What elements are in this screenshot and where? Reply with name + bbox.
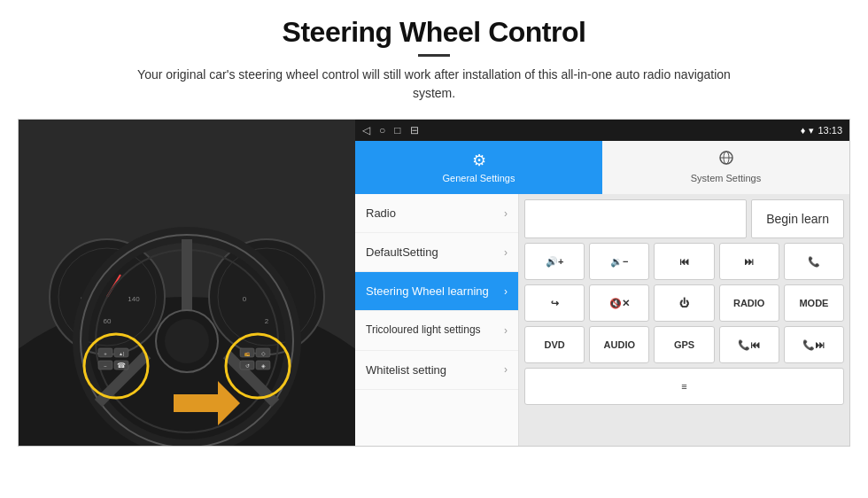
tab-bar: ⚙ General Settings System Settings [355, 141, 849, 194]
menu-steering-label: Steering Wheel learning [366, 284, 489, 298]
home-nav-icon[interactable]: ○ [379, 124, 385, 136]
list-button[interactable]: ≡ [524, 368, 844, 405]
prev-track-icon: ⏮ [679, 256, 689, 267]
power-icon: ⏻ [679, 298, 689, 308]
content-area: Radio › DefaultSetting › Steering Wheel … [355, 194, 849, 446]
volume-down-button[interactable]: 🔉− [589, 243, 649, 280]
svg-text:60: 60 [104, 317, 112, 325]
gps-button[interactable]: GPS [654, 326, 714, 363]
svg-text:140: 140 [128, 295, 140, 303]
tab-system-settings[interactable]: System Settings [602, 141, 849, 194]
next-track-button[interactable]: ⏭ [719, 243, 779, 280]
tab-system-label: System Settings [691, 173, 761, 183]
status-bar-right: ♦ ▾ 13:13 [801, 125, 842, 136]
tab-general-settings[interactable]: ⚙ General Settings [355, 141, 602, 194]
phone-next-button[interactable]: 📞⏭ [784, 326, 844, 363]
menu-item-default[interactable]: DefaultSetting › [355, 233, 518, 272]
power-button[interactable]: ⏻ [654, 284, 714, 322]
general-settings-icon: ⚙ [472, 151, 486, 170]
menu-default-label: DefaultSetting [366, 245, 438, 259]
menu-radio-label: Radio [366, 206, 396, 220]
menu-whitelist-chevron: › [504, 363, 508, 376]
left-menu: Radio › DefaultSetting › Steering Wheel … [355, 194, 519, 446]
mute-button[interactable]: 🔇✕ [589, 284, 649, 322]
begin-learn-button[interactable]: Begin learn [751, 199, 844, 238]
dvd-button[interactable]: DVD [524, 326, 585, 363]
mute-icon: 🔇✕ [609, 298, 630, 309]
volume-up-button[interactable]: 🔊+ [524, 243, 585, 280]
svg-text:2: 2 [265, 317, 269, 325]
svg-text:◈: ◈ [261, 363, 266, 369]
svg-text:↺: ↺ [245, 363, 250, 369]
status-bar: ◁ ○ □ ⊟ ♦ ▾ 13:13 [355, 120, 849, 141]
menu-steering-chevron: › [504, 285, 508, 298]
menu-item-tricolour[interactable]: Tricoloured light settings › [355, 311, 518, 351]
svg-text:📻: 📻 [244, 351, 251, 357]
button-row-4: ≡ [524, 368, 844, 405]
answer-call-button[interactable]: 📞 [784, 243, 844, 280]
audio-button[interactable]: AUDIO [589, 326, 649, 363]
menu-tricolour-chevron: › [504, 324, 508, 337]
button-row-1: 🔊+ 🔉− ⏮ ⏭ 📞 [524, 243, 844, 280]
hang-up-icon: ↩ [551, 298, 559, 309]
system-settings-icon [718, 150, 734, 170]
hang-up-button[interactable]: ↩ [524, 284, 585, 322]
page-title: Steering Wheel Control [35, 16, 833, 49]
signal-icon: ▾ [809, 125, 814, 136]
menu-default-chevron: › [504, 246, 508, 259]
begin-learn-row: Begin learn [524, 199, 844, 238]
mode-button[interactable]: MODE [784, 284, 844, 322]
location-icon: ♦ [801, 125, 806, 136]
menu-tricolour-label: Tricoloured light settings [366, 323, 481, 338]
page-subtitle: Your original car's steering wheel contr… [124, 66, 744, 103]
svg-point-22 [165, 319, 209, 363]
menu-radio-chevron: › [504, 207, 508, 220]
android-ui: ◁ ○ □ ⊟ ♦ ▾ 13:13 ⚙ General Settings [355, 120, 849, 446]
recents-nav-icon[interactable]: □ [394, 124, 400, 136]
menu-nav-icon[interactable]: ⊟ [410, 124, 419, 136]
svg-text:−: − [104, 363, 107, 369]
page-header: Steering Wheel Control Your original car… [0, 0, 868, 110]
volume-down-icon: 🔉− [610, 256, 628, 268]
svg-text:◇: ◇ [261, 351, 266, 356]
phone-prev-icon: 📞⏮ [738, 339, 760, 351]
main-content: 100 60 0 140 3 2 0 5 [18, 119, 850, 447]
prev-track-button[interactable]: ⏮ [654, 243, 714, 280]
radio-button[interactable]: RADIO [719, 284, 779, 322]
menu-item-radio[interactable]: Radio › [355, 194, 518, 233]
learn-input-field [524, 199, 747, 238]
tab-general-label: General Settings [443, 173, 515, 183]
phone-icon: 📞 [808, 256, 820, 268]
button-row-2: ↩ 🔇✕ ⏻ RADIO MODE [524, 284, 844, 322]
phone-prev-button[interactable]: 📞⏮ [719, 326, 779, 363]
clock: 13:13 [818, 125, 842, 136]
wheel-image: 100 60 0 140 3 2 0 5 [19, 120, 355, 446]
right-panel: Begin learn 🔊+ 🔉− ⏮ ⏭ [519, 194, 849, 446]
status-bar-nav: ◁ ○ □ ⊟ [362, 124, 419, 136]
menu-item-whitelist[interactable]: Whitelist setting › [355, 351, 518, 390]
menu-whitelist-label: Whitelist setting [366, 363, 446, 377]
title-divider [418, 54, 450, 57]
button-row-3: DVD AUDIO GPS 📞⏮ 📞⏭ [524, 326, 844, 363]
volume-up-icon: 🔊+ [546, 256, 563, 268]
next-track-icon: ⏭ [744, 256, 754, 267]
list-icon: ≡ [681, 381, 686, 392]
svg-text:0: 0 [243, 295, 247, 303]
back-nav-icon[interactable]: ◁ [362, 124, 370, 136]
svg-text:+: + [104, 351, 107, 356]
menu-item-steering[interactable]: Steering Wheel learning › [355, 272, 518, 311]
svg-text:▲|: ▲| [119, 351, 124, 356]
phone-next-icon: 📞⏭ [802, 339, 825, 351]
svg-text:☎: ☎ [117, 362, 126, 370]
